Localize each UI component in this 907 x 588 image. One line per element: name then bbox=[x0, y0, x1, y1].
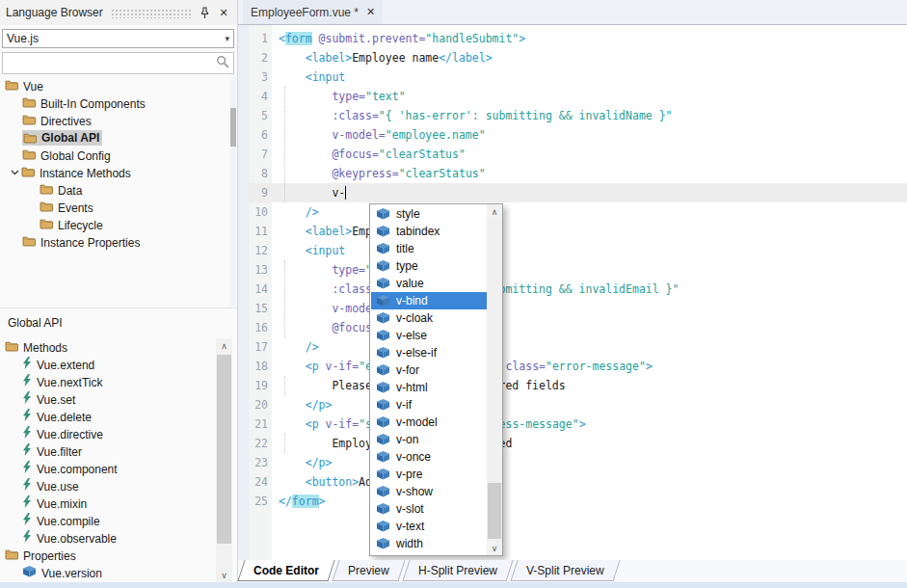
autocomplete-item-label: title bbox=[396, 242, 414, 255]
api-item-vue-component[interactable]: Vue.component bbox=[0, 460, 216, 477]
tab-employeeform-vue[interactable]: EmployeeForm.vue * ✕ bbox=[243, 0, 383, 24]
api-item-vue-observable[interactable]: Vue.observable bbox=[0, 529, 216, 547]
autocomplete-item-v-on[interactable]: v-on bbox=[371, 431, 487, 448]
autocomplete-item-v-else-if[interactable]: v-else-if bbox=[371, 344, 487, 361]
api-item-properties[interactable]: Properties bbox=[0, 547, 216, 564]
tree-item-global-config[interactable]: Global Config bbox=[0, 147, 229, 164]
view-tabstrip: Code EditorPreviewH-Split PreviewV-Split… bbox=[238, 560, 907, 582]
tree-item-instance-methods[interactable]: Instance Methods bbox=[0, 164, 229, 181]
code-line-6[interactable]: 6 v-model="employee.name" bbox=[238, 125, 907, 145]
tree-item-built-in-components[interactable]: Built-In Components bbox=[0, 94, 229, 112]
code-line-20[interactable]: 20 </p> bbox=[238, 395, 907, 414]
tree-item-directives[interactable]: Directives bbox=[0, 112, 229, 129]
autocomplete-item-v-once[interactable]: v-once bbox=[371, 448, 487, 466]
code-line-7[interactable]: 7 @focus="clearStatus" bbox=[238, 145, 907, 164]
code-line-21[interactable]: 21 <p v-if="success" class="success-mess… bbox=[238, 414, 907, 434]
api-tree-scrollbar[interactable]: ∧ ∨ bbox=[216, 338, 232, 582]
api-item-vue-directive[interactable]: Vue.directive bbox=[0, 425, 216, 442]
code-line-22[interactable]: 22 Employee successfully added bbox=[238, 434, 907, 453]
autocomplete-item-width[interactable]: width bbox=[371, 535, 487, 552]
tree-item-events[interactable]: Events bbox=[0, 199, 229, 216]
autocomplete-item-v-cloak[interactable]: v-cloak bbox=[371, 309, 487, 327]
attribute-icon bbox=[376, 347, 390, 359]
view-tab-h-split-preview[interactable]: H-Split Preview bbox=[402, 560, 513, 581]
autocomplete-item-v-model[interactable]: v-model bbox=[371, 414, 487, 431]
code-line-13[interactable]: 13 type="email" bbox=[238, 260, 907, 280]
code-line-4[interactable]: 4 type="text" bbox=[238, 87, 907, 106]
search-input[interactable] bbox=[2, 52, 234, 74]
code-line-2[interactable]: 2 <label>Employee name</label> bbox=[238, 48, 907, 67]
scroll-down-icon[interactable]: ∨ bbox=[216, 568, 232, 582]
autocomplete-item-value[interactable]: value bbox=[371, 275, 487, 292]
autocomplete-item-v-for[interactable]: v-for bbox=[371, 361, 487, 379]
tree-item-vue[interactable]: Vue bbox=[0, 77, 229, 94]
autocomplete-item-v-bind[interactable]: v-bind bbox=[371, 292, 487, 309]
api-item-vue-delete[interactable]: Vue.delete bbox=[0, 408, 216, 425]
autocomplete-item-type[interactable]: type bbox=[371, 257, 487, 275]
code-line-25[interactable]: 25</form> bbox=[238, 492, 907, 511]
autocomplete-item-v-html[interactable]: v-html bbox=[371, 379, 487, 396]
pin-icon[interactable] bbox=[197, 5, 212, 20]
scroll-up-icon[interactable]: ∧ bbox=[216, 338, 232, 353]
code-line-3[interactable]: 3 <input bbox=[238, 67, 907, 87]
api-item-vue-use[interactable]: Vue.use bbox=[0, 477, 216, 494]
api-item-vue-compile[interactable]: Vue.compile bbox=[0, 512, 216, 529]
code-line-18[interactable]: 18 <p v-if="error && submitting" class="… bbox=[238, 357, 907, 376]
tree-item-instance-properties[interactable]: Instance Properties bbox=[0, 233, 229, 251]
autocomplete-item-style[interactable]: style bbox=[371, 205, 487, 223]
view-tab-v-split-preview[interactable]: V-Split Preview bbox=[510, 560, 620, 581]
code-editor[interactable]: 1<form @submit.prevent="handleSubmit">2 … bbox=[238, 25, 907, 560]
autocomplete-item-tabindex[interactable]: tabindex bbox=[371, 223, 487, 240]
tab-close-icon[interactable]: ✕ bbox=[366, 6, 375, 18]
language-select[interactable]: Vue.js ▾ bbox=[2, 29, 234, 48]
autocomplete-item-v-if[interactable]: v-if bbox=[371, 396, 487, 414]
scrollbar-thumb[interactable] bbox=[217, 355, 231, 544]
code-line-24[interactable]: 24 <button>Add Employee</button> bbox=[238, 472, 907, 492]
view-tab-preview[interactable]: Preview bbox=[332, 560, 405, 581]
code-line-9[interactable]: 9 v- bbox=[238, 183, 907, 202]
code-line-8[interactable]: 8 @keypress="clearStatus" bbox=[238, 164, 907, 183]
autocomplete-item-label: tabindex bbox=[396, 225, 440, 238]
autocomplete-item-v-slot[interactable]: v-slot bbox=[371, 500, 487, 518]
api-item-vue-mixin[interactable]: Vue.mixin bbox=[0, 494, 216, 512]
language-tree-scrollbar[interactable] bbox=[230, 77, 236, 307]
close-icon[interactable]: ✕ bbox=[216, 5, 231, 20]
tree-item-label: Global Config bbox=[40, 149, 111, 163]
code-line-14[interactable]: 14 :class="{ 'has-error': submitting && … bbox=[238, 280, 907, 299]
autocomplete-scrollbar[interactable]: ∧ ∨ bbox=[487, 204, 502, 555]
code-line-16[interactable]: 16 @focus="clearStatus" bbox=[238, 318, 907, 337]
tree-item-data[interactable]: Data bbox=[0, 181, 229, 199]
attribute-icon bbox=[376, 538, 390, 549]
api-item-vue-nexttick[interactable]: Vue.nextTick bbox=[0, 373, 216, 390]
line-number: 18 bbox=[238, 360, 275, 373]
code-line-12[interactable]: 12 <input bbox=[238, 241, 907, 260]
code-line-5[interactable]: 5 :class="{ 'has-error': submitting && i… bbox=[238, 106, 907, 125]
code-line-1[interactable]: 1<form @submit.prevent="handleSubmit"> bbox=[238, 29, 907, 48]
code-line-19[interactable]: 19 Please fill out all required fields bbox=[238, 376, 907, 395]
autocomplete-item-label: v-model bbox=[396, 415, 438, 429]
code-line-17[interactable]: 17 /> bbox=[238, 337, 907, 357]
view-tab-code-editor[interactable]: Code Editor bbox=[237, 560, 334, 581]
autocomplete-item-v-pre[interactable]: v-pre bbox=[371, 466, 487, 483]
chevron-down-icon[interactable] bbox=[9, 170, 21, 175]
api-item-methods[interactable]: Methods bbox=[0, 338, 216, 356]
api-item-vue-version[interactable]: Vue.version bbox=[0, 564, 216, 581]
autocomplete-item-label: v-text bbox=[396, 520, 424, 533]
code-line-11[interactable]: 11 <label>Employee email</label> bbox=[238, 222, 907, 241]
autocomplete-item-v-show[interactable]: v-show bbox=[371, 483, 487, 500]
scroll-up-icon[interactable]: ∧ bbox=[487, 204, 502, 219]
autocomplete-item-title[interactable]: title bbox=[371, 240, 487, 257]
autocomplete-item-v-text[interactable]: v-text bbox=[371, 518, 487, 535]
tree-item-global-api[interactable]: Global API bbox=[0, 129, 229, 147]
attribute-icon bbox=[376, 382, 390, 393]
code-line-10[interactable]: 10 /> bbox=[238, 202, 907, 222]
code-line-23[interactable]: 23 </p> bbox=[238, 453, 907, 472]
api-item-vue-filter[interactable]: Vue.filter bbox=[0, 442, 216, 460]
api-item-vue-set[interactable]: Vue.set bbox=[0, 390, 216, 408]
scroll-down-icon[interactable]: ∨ bbox=[487, 541, 502, 555]
api-item-vue-extend[interactable]: Vue.extend bbox=[0, 356, 216, 373]
code-line-15[interactable]: 15 v-model="employee.email" bbox=[238, 299, 907, 318]
tree-item-lifecycle[interactable]: Lifecycle bbox=[0, 216, 229, 233]
scrollbar-thumb[interactable] bbox=[488, 483, 501, 539]
autocomplete-item-v-else[interactable]: v-else bbox=[371, 327, 487, 344]
